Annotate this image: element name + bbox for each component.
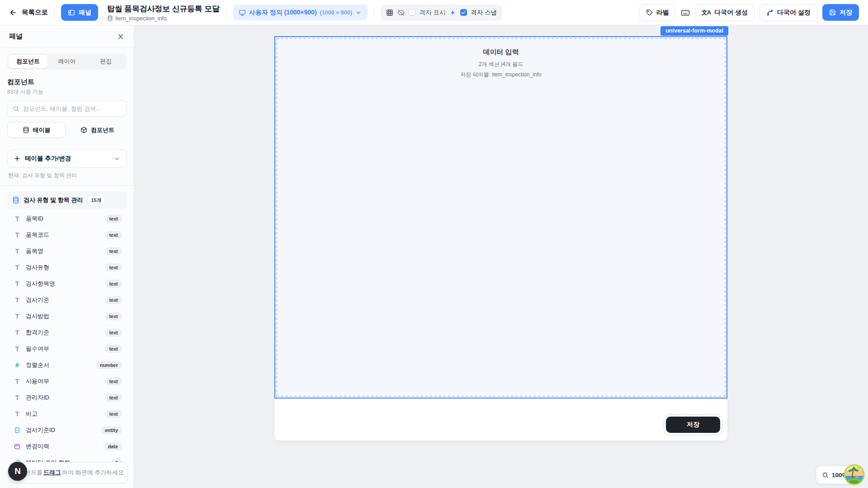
page-title: 탑씰 품목검사정보 신규등록 모달	[107, 4, 220, 14]
modal-table-info: 저장 테이블: item_inspection_info	[275, 71, 726, 79]
lightning-icon	[450, 9, 456, 16]
divider	[54, 7, 55, 19]
back-to-list-label: 목록으로	[22, 8, 48, 17]
mode-table-button[interactable]: 테이블	[7, 122, 66, 138]
database-icon	[23, 127, 29, 133]
text-type-icon: T	[14, 378, 21, 385]
field-row[interactable]: T 검사유형 text	[7, 259, 127, 276]
i18n-settings-button[interactable]: 다국어 설정	[760, 4, 817, 21]
panel-left-icon	[68, 9, 75, 16]
grid-show-checkbox[interactable]	[409, 9, 415, 16]
table-group-header[interactable]: 검사 유형 및 항목 관리 15개	[7, 192, 127, 209]
table-group-name: 검사 유형 및 항목 관리	[24, 196, 83, 204]
cube-icon	[80, 127, 87, 133]
arrow-left-icon	[9, 9, 17, 17]
viewport-size-dropdown[interactable]: 사용자 정의 (1000×900) (1000 × 900)	[233, 5, 368, 20]
field-row[interactable]: T 관리자ID text	[7, 389, 127, 406]
text-type-icon: T	[14, 345, 21, 352]
text-type-icon: T	[14, 394, 21, 401]
component-search	[7, 100, 127, 117]
divider	[0, 185, 134, 186]
design-canvas[interactable]: universal-form-modal 데이터 입력 2개 섹션 |4개 필드…	[134, 25, 868, 488]
i18n-generate-button[interactable]: 文A 다국어 생성	[695, 4, 755, 21]
save-button[interactable]: 저장	[822, 4, 859, 21]
monitor-icon	[239, 9, 246, 16]
back-to-list-button[interactable]: 목록으로	[9, 8, 48, 17]
magnifier-icon	[822, 472, 829, 479]
components-panel: 패널 컴포넌트 레이어 편집 컴포넌트 83개 사용 가능 테이블 컴포넌트	[0, 25, 134, 488]
chevron-down-icon	[355, 9, 362, 16]
database-icon	[12, 197, 19, 204]
components-section-title: 컴포넌트	[7, 78, 127, 86]
field-row[interactable]: T 사용여부 text	[7, 373, 127, 389]
date-type-icon	[14, 443, 21, 450]
text-type-icon: T	[14, 248, 21, 255]
field-row[interactable]: # 정렬순서 number	[7, 357, 127, 373]
page-title-block: 탑씰 품목검사정보 신규등록 모달 item_inspection_info	[107, 4, 220, 22]
field-row[interactable]: T 검사방법 text	[7, 308, 127, 324]
table-name: item_inspection_info	[115, 15, 167, 22]
field-count-badge: 15개	[87, 195, 105, 205]
text-type-icon: T	[14, 231, 21, 239]
number-type-icon: #	[14, 361, 21, 369]
search-input[interactable]	[23, 105, 121, 112]
eye-off-icon	[397, 9, 405, 16]
text-type-icon: T	[14, 329, 21, 336]
field-row[interactable]: T 비고 text	[7, 406, 127, 422]
island-badge-icon[interactable]	[844, 464, 865, 485]
chevron-down-icon	[113, 155, 120, 162]
tag-icon	[646, 9, 653, 16]
tab-layers[interactable]: 레이어	[47, 55, 86, 68]
database-icon	[107, 15, 113, 21]
grid-show-label: 격자 표시	[420, 9, 446, 17]
tab-components[interactable]: 컴포넌트	[9, 55, 47, 68]
n-avatar-button[interactable]: N	[8, 462, 27, 481]
divider	[226, 7, 226, 19]
text-type-icon: T	[14, 280, 21, 287]
entity-type-icon	[14, 427, 21, 433]
translate-icon: 文A	[702, 9, 711, 17]
source-mode-switch: 테이블 컴포넌트	[7, 122, 127, 138]
text-type-icon: T	[14, 313, 21, 320]
text-type-icon: T	[14, 215, 21, 222]
field-row[interactable]: T 합격기준 text	[7, 324, 127, 341]
floppy-save-icon	[829, 9, 836, 16]
add-table-dropdown[interactable]: 테이블 추가/변경	[7, 150, 127, 168]
text-type-icon: T	[14, 264, 21, 271]
grid-snap-checkbox[interactable]	[460, 9, 467, 16]
grid-controls: 격자 표시 격자 스냅	[381, 5, 503, 21]
divider	[374, 7, 374, 19]
keyboard-shortcuts-button[interactable]	[681, 8, 690, 17]
modal-subtitle: 2개 섹션 |4개 필드	[275, 61, 726, 68]
grid-icon	[386, 9, 393, 16]
field-row[interactable]: 검사기준ID entity	[7, 422, 127, 438]
field-row[interactable]: T 검사항목명 text	[7, 276, 127, 292]
field-row[interactable]: T 품목ID text	[7, 211, 127, 227]
field-row[interactable]: T 품목코드 text	[7, 227, 127, 243]
plus-icon	[14, 155, 21, 162]
panel-toggle-button[interactable]: 패널	[61, 4, 98, 21]
panel-tab-bar: 컴포넌트 레이어 편집	[7, 53, 127, 70]
field-row[interactable]: T 검사기준 text	[7, 292, 127, 308]
panel-title: 패널	[9, 32, 23, 41]
modal-title: 데이터 입력	[275, 48, 726, 56]
field-row[interactable]: T 품목명 text	[7, 243, 127, 259]
field-row[interactable]: 변경이력 date	[7, 438, 127, 455]
current-table-label: 현재: 검사 유형 및 항목 관리	[8, 172, 126, 179]
modal-save-button[interactable]: 저장	[666, 417, 720, 433]
form-modal-body[interactable]: 데이터 입력 2개 섹션 |4개 필드 저장 테이블: item_inspect…	[274, 36, 727, 399]
component-type-tag: universal-form-modal	[660, 26, 728, 36]
branch-icon	[766, 9, 774, 16]
zoom-widget: 100%	[816, 464, 861, 482]
field-row[interactable]: T 필수여부 text	[7, 341, 127, 357]
mode-component-button[interactable]: 컴포넌트	[68, 122, 127, 138]
tab-edit[interactable]: 편집	[86, 55, 125, 68]
field-list: T 품목ID text T 품목코드 text T 품목명 text T 검사유…	[0, 211, 134, 488]
available-count: 83개 사용 가능	[7, 88, 127, 96]
search-icon	[13, 105, 19, 112]
viewport-size: (1000 × 900)	[320, 9, 352, 16]
label-button[interactable]: 라벨	[639, 4, 676, 21]
close-icon[interactable]	[117, 33, 125, 41]
grid-snap-label: 격자 스냅	[471, 9, 497, 17]
form-modal-component: universal-form-modal 데이터 입력 2개 섹션 |4개 필드…	[274, 36, 727, 441]
